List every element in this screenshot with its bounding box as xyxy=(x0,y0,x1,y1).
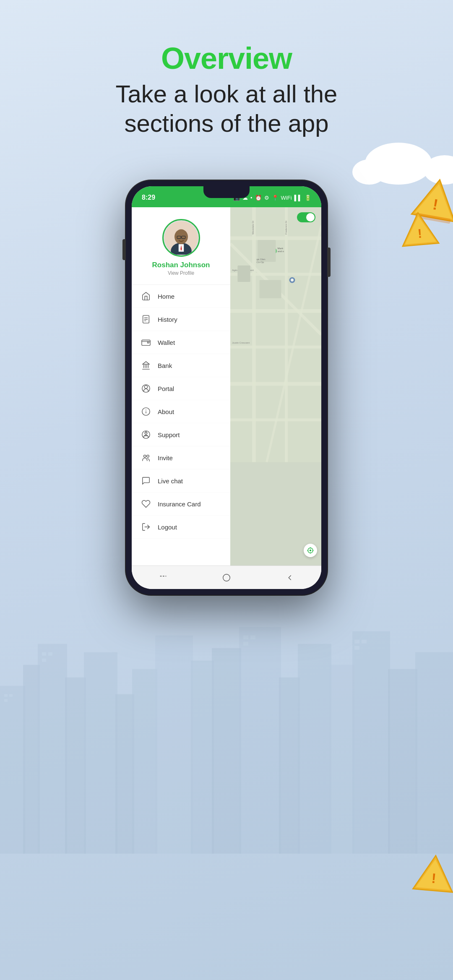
menu-item-about[interactable]: About xyxy=(132,400,230,423)
insurance-icon xyxy=(140,498,152,510)
svg-rect-22 xyxy=(48,652,52,656)
menu-item-home[interactable]: Home xyxy=(132,285,230,308)
svg-rect-27 xyxy=(354,640,359,644)
svg-text:Westdale Dr: Westdale Dr xyxy=(252,221,254,235)
logout-icon xyxy=(140,521,152,533)
svg-point-44 xyxy=(174,229,188,245)
svg-rect-12 xyxy=(279,678,300,854)
svg-rect-15 xyxy=(352,631,390,854)
avatar xyxy=(162,219,200,257)
menu-wallet-label: Wallet xyxy=(158,339,175,346)
menu-item-invite[interactable]: Invite xyxy=(132,446,230,469)
menu-item-bank[interactable]: Bank xyxy=(132,354,230,377)
avatar-image xyxy=(164,221,198,255)
menu-invite-label: Invite xyxy=(158,454,173,461)
map-area: Westdale Dr Frederick Dr Agincourt Cresc… xyxy=(230,207,321,566)
svg-rect-28 xyxy=(362,640,367,644)
support-icon xyxy=(140,429,152,440)
svg-rect-7 xyxy=(132,669,157,854)
menu-insurance-label: Insurance Card xyxy=(158,500,201,508)
svg-rect-73 xyxy=(252,207,256,462)
page-subtitle: Take a look at all the sections of the a… xyxy=(0,79,453,138)
header-section: Overview Take a look at all the sections… xyxy=(0,42,453,138)
chat-icon xyxy=(140,475,152,487)
nav-back-button[interactable] xyxy=(279,569,300,586)
svg-rect-78 xyxy=(230,382,321,386)
svg-rect-25 xyxy=(250,636,255,639)
svg-point-69 xyxy=(147,455,149,458)
menu-item-portal[interactable]: Portal xyxy=(132,377,230,400)
menu-list: Home xyxy=(132,285,230,566)
bottom-nav xyxy=(132,566,321,589)
svg-rect-11 xyxy=(239,627,281,854)
profile-subtitle: View Profile xyxy=(168,270,194,276)
nav-menu-button[interactable] xyxy=(153,569,174,586)
svg-rect-14 xyxy=(329,665,354,854)
svg-text:Frederick Dr: Frederick Dr xyxy=(285,221,287,235)
svg-text:Justin Crescent: Justin Crescent xyxy=(232,341,250,344)
menu-livechat-label: Live chat xyxy=(158,477,183,485)
svg-rect-29 xyxy=(354,646,359,650)
svg-rect-19 xyxy=(9,694,13,697)
portal-icon xyxy=(140,383,152,394)
warning-sign-3: ! xyxy=(409,850,453,898)
svg-marker-58 xyxy=(143,362,150,364)
profile-name: Roshan Johnson xyxy=(152,261,210,269)
svg-rect-76 xyxy=(230,309,321,313)
phone-screen: 8:29 📷 ☁ • ⏰ ⚙ 📍 WiFi ▌▌ 🔋 xyxy=(132,186,321,589)
menu-item-wallet[interactable]: Wallet xyxy=(132,331,230,354)
alarm-icon: ⏰ xyxy=(255,195,262,201)
svg-rect-9 xyxy=(191,661,214,854)
menu-support-label: Support xyxy=(158,431,180,438)
map-streets: Westdale Dr Frederick Dr Agincourt Cresc… xyxy=(230,207,321,462)
menu-item-support[interactable]: Support xyxy=(132,423,230,446)
svg-rect-24 xyxy=(243,636,248,639)
svg-rect-1 xyxy=(0,686,25,854)
svg-text:Co-Op: Co-Op xyxy=(257,261,264,263)
svg-text:and o: and o xyxy=(278,250,284,253)
svg-point-89 xyxy=(291,279,294,281)
svg-rect-16 xyxy=(388,669,417,854)
dot-icon: • xyxy=(250,195,253,201)
svg-point-68 xyxy=(144,455,146,458)
svg-rect-26 xyxy=(243,642,248,646)
svg-rect-3 xyxy=(38,644,67,854)
toggle-switch[interactable] xyxy=(297,212,315,222)
menu-history-label: History xyxy=(158,316,177,323)
locate-button[interactable] xyxy=(304,544,317,557)
svg-point-59 xyxy=(144,386,147,388)
svg-rect-6 xyxy=(115,694,134,854)
svg-point-98 xyxy=(310,550,311,551)
svg-text:Mark: Mark xyxy=(278,247,284,250)
profile-section[interactable]: Roshan Johnson View Profile xyxy=(132,207,230,285)
svg-rect-10 xyxy=(212,648,241,854)
phone-notch xyxy=(203,186,250,198)
page-title: Overview xyxy=(0,42,453,75)
invite-icon xyxy=(140,452,152,464)
signal-icon: ▌▌ xyxy=(294,195,302,201)
svg-rect-8 xyxy=(155,636,193,854)
menu-item-logout[interactable]: Logout xyxy=(132,516,230,539)
svg-rect-2 xyxy=(23,665,40,854)
wallet-icon xyxy=(140,336,152,348)
menu-portal-label: Portal xyxy=(158,385,174,392)
svg-rect-4 xyxy=(65,678,86,854)
menu-item-insurance[interactable]: Insurance Card xyxy=(132,493,230,516)
settings-icon: ⚙ xyxy=(264,195,269,201)
svg-rect-74 xyxy=(285,207,288,462)
svg-rect-21 xyxy=(42,652,46,656)
svg-rect-17 xyxy=(415,652,453,854)
menu-item-livechat[interactable]: Live chat xyxy=(132,469,230,493)
phone-mockup: 8:29 📷 ☁ • ⏰ ⚙ 📍 WiFi ▌▌ 🔋 xyxy=(126,180,327,595)
svg-rect-77 xyxy=(230,346,321,349)
nav-home-button[interactable] xyxy=(216,569,237,586)
menu-home-label: Home xyxy=(158,293,174,300)
svg-rect-72 xyxy=(230,236,321,240)
status-time: 8:29 xyxy=(142,194,155,201)
svg-point-106 xyxy=(223,574,230,581)
menu-item-history[interactable]: History xyxy=(132,308,230,331)
svg-point-66 xyxy=(146,432,146,433)
wifi-icon: WiFi xyxy=(281,195,292,201)
menu-bank-label: Bank xyxy=(158,362,172,369)
menu-logout-label: Logout xyxy=(158,524,177,531)
